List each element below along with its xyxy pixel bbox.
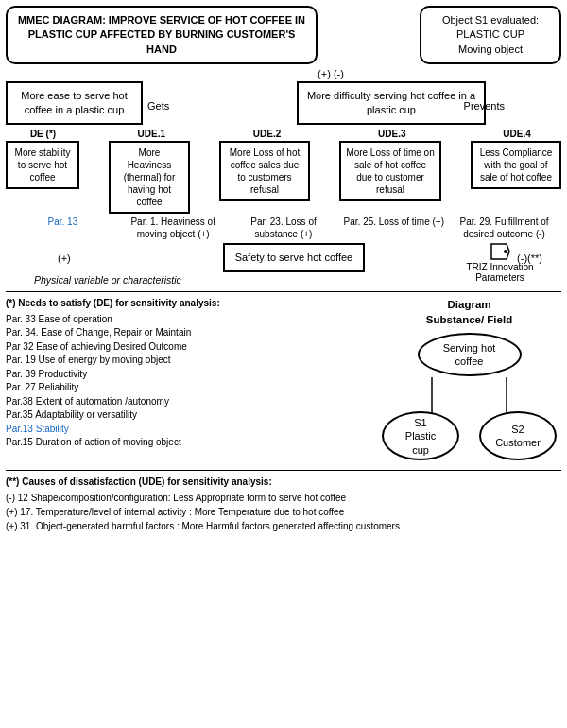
notes-blue-item: Par.13 Stability <box>6 423 368 437</box>
par-label-2: Par. 23. Loss of substance (+) <box>229 216 339 240</box>
left-notes: (*) Needs to satisfy (DE) for sensitivit… <box>6 297 368 450</box>
par-label-3: Par. 25. Loss of time (+) <box>338 216 449 240</box>
safety-box: Safety to serve hot coffee <box>223 243 365 272</box>
header-area: MMEC DIAGRAM: IMPROVE SERVICE OF HOT COF… <box>6 6 561 64</box>
difficulty-box: More difficulty serving hot coffee in a … <box>297 81 486 125</box>
right-diagram: Diagram Substance/ Field Serving hot cof… <box>377 297 561 465</box>
footer-notes: (**) Causes of dissatisfaction (UDE) for… <box>6 470 561 533</box>
notes-item-1: Par. 34. Ease of Change, Repair or Maint… <box>6 326 368 340</box>
ude-label-4: UDE.4 <box>474 129 559 139</box>
object-box: Object S1 evaluated: PLASTIC CUP Moving … <box>420 6 561 64</box>
object-title: Object S1 evaluated: <box>442 14 539 26</box>
top-signs: (+) (-) <box>318 68 344 79</box>
top-arrows: (+) (-) <box>6 68 561 79</box>
notes-item-0: Par. 33 Ease of operation <box>6 313 368 327</box>
diagram-wrapper: MMEC DIAGRAM: IMPROVE SERVICE OF HOT COF… <box>0 0 567 539</box>
object-sub2: Moving object <box>458 43 523 55</box>
safety-area: (+) Safety to serve hot coffee (-) (**) … <box>6 243 561 272</box>
par-label-1: Par. 1. Heaviness of moving object (+) <box>118 216 229 240</box>
ude-box-2: More Loss of hot coffee sales due to cus… <box>219 141 310 201</box>
sf-ellipse-serving: Serving hot coffee <box>418 333 522 376</box>
ude-box-4: Less Compliance with the goal of sale of… <box>471 141 561 189</box>
ude-row: More stability to serve hot coffee More … <box>6 141 561 214</box>
notes-header: (*) Needs to satisfy (DE) for sensitivit… <box>6 297 368 311</box>
bottom-section: (*) Needs to satisfy (DE) for sensitivit… <box>6 297 561 465</box>
footer-item-0: (-) 12 Shape/composition/configuration: … <box>6 491 561 505</box>
triz-text: TRIZ Innovation Parameters <box>466 262 533 283</box>
footer-item-1: (+) 17. Temperature/level of internal ac… <box>6 505 561 519</box>
second-row: More ease to serve hot coffee in a plast… <box>6 81 561 125</box>
par-row: Par. 13 Par. 1. Heaviness of moving obje… <box>6 216 561 240</box>
ude-label-1: UDE.1 <box>113 129 189 139</box>
triz-label: TRIZ Innovation Parameters <box>448 243 552 283</box>
ude-label-de: DE (*) <box>8 129 78 139</box>
sf-title: Diagram Substance/ Field <box>377 297 561 327</box>
par-de-text: Par. 13 <box>48 217 78 227</box>
section-divider <box>6 291 561 292</box>
footer-header: (**) Causes of dissatisfaction (UDE) for… <box>6 475 561 489</box>
flow-section: (+) (-) More ease to serve hot coffee in… <box>6 68 561 286</box>
ude-label-2: UDE.2 <box>225 129 310 139</box>
object-sub: PLASTIC CUP <box>456 28 524 40</box>
sf-diagram: Serving hot coffee S1 Plastic cup S2 Cus… <box>377 333 561 465</box>
ude-box-de: More stability to serve hot coffee <box>6 141 79 189</box>
svg-point-1 <box>504 250 507 253</box>
ease-box: More ease to serve hot coffee in a plast… <box>6 81 143 125</box>
notes-item-3: Par. 19 Use of energy by moving object <box>6 354 368 368</box>
safety-plus: (+) <box>58 252 71 264</box>
ude-box-3: More Loss of time on sale of hot coffee … <box>339 141 441 201</box>
main-title-box: MMEC DIAGRAM: IMPROVE SERVICE OF HOT COF… <box>6 6 318 64</box>
notes-item-6: Par.38 Extent of automation /autonomy <box>6 395 368 409</box>
notes-item-7: Par.35 Adaptability or versatility <box>6 408 368 423</box>
notes-item-4: Par. 39 Productivity <box>6 368 368 382</box>
notes-item-2: Par 32 Ease of achieving Desired Outcome <box>6 340 368 355</box>
prevents-label: Prevents <box>464 100 505 112</box>
notes-last-item: Par.15 Duration of action of moving obje… <box>6 436 368 450</box>
footer-item-2: (+) 31. Object-generated harmful factors… <box>6 519 561 533</box>
ude-box-1: More Heaviness (thermal) for having hot … <box>109 141 190 214</box>
gets-label: Gets <box>147 100 169 112</box>
par-label-de: Par. 13 <box>8 216 118 240</box>
notes-item-5: Par. 27 Reliability <box>6 381 368 395</box>
par-label-4: Par. 29. Fulfillment of desired outcome … <box>449 216 559 240</box>
ude-label-3: UDE.3 <box>345 129 439 139</box>
ude-label-row: DE (*) UDE.1 UDE.2 UDE.3 UDE.4 <box>6 129 561 139</box>
